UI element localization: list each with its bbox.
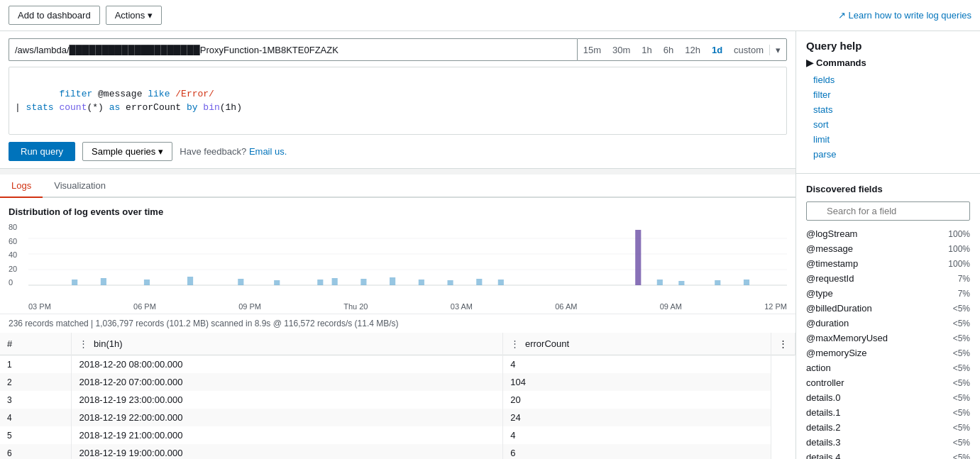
- table-row[interactable]: 42018-12-19 22:00:00.00024: [0, 409, 795, 426]
- time-1h[interactable]: 1h: [636, 39, 657, 60]
- field-row[interactable]: details.3<5%: [796, 435, 980, 450]
- svg-rect-5: [101, 278, 106, 285]
- query-actions: Run query Sample queries ▾ Have feedback…: [9, 142, 787, 161]
- svg-rect-7: [187, 277, 193, 285]
- divider: [796, 173, 980, 174]
- table-row[interactable]: 62018-12-19 19:00:00.0006: [0, 444, 795, 459]
- email-link[interactable]: Email us.: [249, 146, 287, 157]
- top-bar: Add to dashboard Actions ▾ ↗ Learn how t…: [0, 0, 980, 31]
- table-header-row: # ⋮ bin(1h) ⋮ errorCount ⋮: [0, 333, 795, 355]
- column-menu-icon-2: ⋮: [510, 338, 519, 349]
- query-editor[interactable]: filter @message like /Error/ | stats cou…: [9, 67, 787, 135]
- field-row[interactable]: details.4<5%: [796, 450, 980, 459]
- col-header-actions[interactable]: ⋮: [771, 333, 795, 355]
- chevron-down-icon: ▾: [158, 146, 163, 157]
- command-item[interactable]: filter: [806, 87, 970, 102]
- log-group-input[interactable]: [9, 38, 577, 61]
- chart-container: Distribution of log events over time 80 …: [0, 198, 795, 311]
- discovered-fields-title: Discovered fields: [796, 179, 980, 199]
- command-item[interactable]: fields: [806, 72, 970, 87]
- run-query-button[interactable]: Run query: [9, 142, 75, 161]
- arrow-right-icon: ▶: [806, 57, 813, 68]
- svg-rect-9: [274, 280, 280, 285]
- field-row[interactable]: @maxMemoryUsed<5%: [796, 331, 980, 345]
- svg-rect-21: [715, 280, 720, 285]
- field-row[interactable]: controller<5%: [796, 375, 980, 390]
- query-help-title: Query help: [796, 31, 980, 57]
- time-1d[interactable]: 1d: [706, 39, 728, 60]
- field-row[interactable]: @message100%: [796, 241, 980, 256]
- svg-rect-8: [238, 279, 243, 285]
- svg-rect-13: [390, 277, 395, 285]
- time-custom[interactable]: custom: [728, 39, 769, 60]
- svg-rect-12: [360, 279, 366, 285]
- command-item[interactable]: parse: [806, 147, 970, 162]
- y-axis-labels: 80 60 40 20 0: [9, 223, 28, 287]
- field-row[interactable]: @timestamp100%: [796, 256, 980, 271]
- table-row[interactable]: 22018-12-20 07:00:00.000104: [0, 373, 795, 391]
- add-dashboard-button[interactable]: Add to dashboard: [9, 6, 100, 25]
- svg-rect-16: [476, 279, 482, 285]
- svg-rect-17: [498, 280, 504, 285]
- log-group-bar: 15m 30m 1h 6h 12h 1d custom ▾: [9, 38, 787, 61]
- svg-rect-10: [317, 280, 323, 285]
- field-row[interactable]: action<5%: [796, 360, 980, 375]
- field-row[interactable]: @type7%: [796, 286, 980, 301]
- column-menu-icon: ⋮: [79, 338, 88, 349]
- right-panel: Query help ▶ Commands fieldsfilterstatss…: [795, 31, 980, 459]
- left-content: 15m 30m 1h 6h 12h 1d custom ▾ filter @me…: [0, 31, 795, 459]
- chart-svg: [28, 223, 787, 287]
- svg-rect-11: [332, 278, 338, 285]
- command-item[interactable]: sort: [806, 117, 970, 132]
- field-row[interactable]: details.2<5%: [796, 420, 980, 435]
- svg-rect-6: [144, 280, 150, 285]
- query-section: 15m 30m 1h 6h 12h 1d custom ▾ filter @me…: [0, 31, 795, 169]
- time-15m[interactable]: 15m: [578, 39, 607, 60]
- field-row[interactable]: details.1<5%: [796, 405, 980, 420]
- svg-rect-22: [744, 280, 749, 285]
- command-item[interactable]: stats: [806, 102, 970, 117]
- command-item[interactable]: limit: [806, 132, 970, 147]
- svg-rect-18: [635, 230, 641, 285]
- learn-link[interactable]: ↗ Learn how to write log queries: [838, 10, 971, 21]
- results-table: # ⋮ bin(1h) ⋮ errorCount ⋮ 12018-12-20 0…: [0, 333, 795, 459]
- main-layout: 15m 30m 1h 6h 12h 1d custom ▾ filter @me…: [0, 31, 980, 459]
- col-header-errorcount[interactable]: ⋮ errorCount: [503, 333, 771, 355]
- table-row[interactable]: 12018-12-20 08:00:00.0004: [0, 355, 795, 374]
- sample-queries-button[interactable]: Sample queries ▾: [82, 142, 172, 161]
- commands-list: fieldsfilterstatssortlimitparse: [806, 72, 970, 162]
- search-field-wrapper: 🔍: [806, 201, 970, 221]
- chart-area: 80 60 40 20 0: [9, 223, 787, 301]
- search-field-input[interactable]: [806, 201, 970, 221]
- time-12h[interactable]: 12h: [679, 39, 706, 60]
- tab-logs[interactable]: Logs: [0, 175, 43, 198]
- field-row[interactable]: @duration<5%: [796, 316, 980, 331]
- feedback-text: Have feedback? Email us.: [180, 146, 287, 157]
- table-row[interactable]: 32018-12-19 23:00:00.00020: [0, 391, 795, 409]
- col-header-num: #: [0, 333, 72, 355]
- table-row[interactable]: 52018-12-19 21:00:00.0004: [0, 426, 795, 444]
- field-row[interactable]: details.0<5%: [796, 390, 980, 405]
- field-row[interactable]: @requestId7%: [796, 271, 980, 286]
- chevron-down-icon: ▾: [148, 10, 153, 21]
- external-link-icon: ↗: [838, 10, 846, 21]
- actions-button[interactable]: Actions ▾: [106, 6, 163, 25]
- results-section: Logs Visualization Distribution of log e…: [0, 175, 795, 459]
- svg-rect-20: [678, 281, 684, 285]
- tab-visualization[interactable]: Visualization: [43, 175, 117, 198]
- commands-section: ▶ Commands fieldsfilterstatssortlimitpar…: [796, 57, 980, 167]
- time-range-caret[interactable]: ▾: [769, 45, 786, 55]
- time-30m[interactable]: 30m: [607, 39, 636, 60]
- field-row[interactable]: @logStream100%: [796, 226, 980, 241]
- field-row[interactable]: @memorySize<5%: [796, 345, 980, 360]
- commands-title: ▶ Commands: [806, 57, 970, 68]
- svg-rect-14: [419, 280, 424, 285]
- svg-rect-19: [657, 280, 663, 285]
- chart-title: Distribution of log events over time: [9, 206, 787, 217]
- field-row[interactable]: @billedDuration<5%: [796, 301, 980, 316]
- fields-list: @logStream100%@message100%@timestamp100%…: [796, 226, 980, 459]
- search-field-container: 🔍: [796, 199, 980, 226]
- time-6h[interactable]: 6h: [658, 39, 679, 60]
- col-header-bin[interactable]: ⋮ bin(1h): [72, 333, 503, 355]
- x-axis-labels: 03 PM 06 PM 09 PM Thu 20 03 AM 06 AM 09 …: [9, 301, 787, 311]
